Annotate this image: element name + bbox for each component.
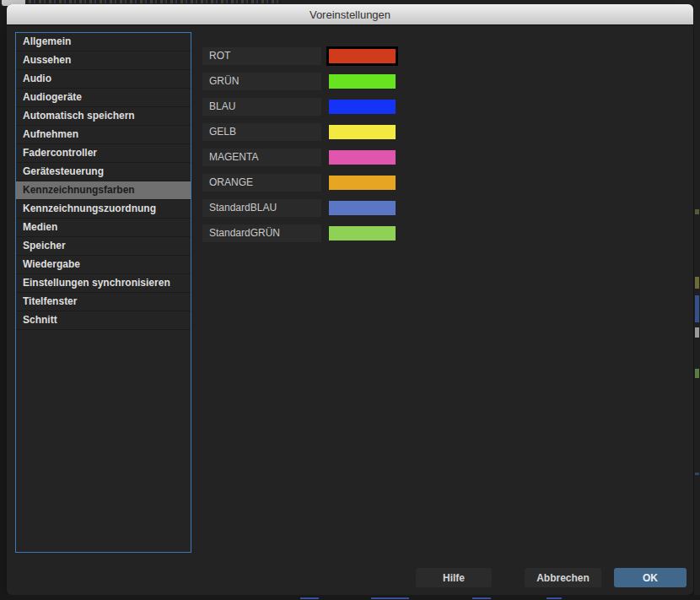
color-name-field[interactable]: ROT bbox=[202, 47, 321, 65]
background-clipped-text bbox=[29, 0, 282, 3]
label-color-row: BLAU bbox=[202, 94, 396, 119]
background-pixel-segment bbox=[547, 597, 562, 599]
sidebar-item-geraetesteuerung[interactable]: Gerätesteuerung bbox=[16, 163, 191, 181]
label-color-row: ROT bbox=[202, 43, 396, 68]
sidebar-item-medien[interactable]: Medien bbox=[16, 219, 191, 237]
color-name-field[interactable]: StandardBLAU bbox=[202, 199, 321, 217]
label-color-row: MAGENTA bbox=[202, 144, 396, 170]
background-app-sliver-right bbox=[694, 0, 700, 600]
background-pixel-segment bbox=[695, 277, 699, 289]
preferences-dialog: Voreinstellungen AllgemeinAussehenAudioA… bbox=[7, 4, 693, 595]
color-name-field[interactable]: GRÜN bbox=[202, 73, 321, 90]
screen: Voreinstellungen AllgemeinAussehenAudioA… bbox=[0, 0, 700, 600]
color-swatch-standardblau[interactable] bbox=[329, 201, 396, 215]
sidebar-item-titelfenster[interactable]: Titelfenster bbox=[16, 293, 191, 311]
sidebar-item-kennzeichnungszuordnung[interactable]: Kennzeichnungszuordnung bbox=[16, 200, 191, 219]
label-color-row: StandardBLAU bbox=[202, 195, 396, 220]
ok-button[interactable]: OK bbox=[614, 568, 687, 587]
color-name-field[interactable]: ORANGE bbox=[202, 174, 321, 192]
background-pixel-segment bbox=[695, 209, 699, 214]
color-swatch-gruen[interactable] bbox=[329, 74, 396, 89]
background-pixel-segment bbox=[472, 597, 491, 599]
color-swatch-magenta[interactable] bbox=[329, 150, 396, 165]
color-swatch-blau[interactable] bbox=[329, 100, 396, 114]
sidebar-item-aussehen[interactable]: Aussehen bbox=[16, 51, 191, 70]
label-color-row: GRÜN bbox=[202, 68, 396, 94]
sidebar-item-einstellungen-synchronisieren[interactable]: Einstellungen synchronisieren bbox=[16, 274, 191, 293]
label-color-row: StandardGRÜN bbox=[202, 220, 396, 246]
preferences-category-list: AllgemeinAussehenAudioAudiogeräteAutomat… bbox=[15, 32, 191, 553]
dialog-title: Voreinstellungen bbox=[310, 8, 390, 21]
color-swatch-orange[interactable] bbox=[329, 176, 396, 190]
dialog-titlebar[interactable]: Voreinstellungen bbox=[7, 4, 693, 25]
background-pixel-segment bbox=[695, 327, 699, 338]
background-app-sliver-bottom bbox=[0, 595, 700, 600]
sidebar-item-fadercontroller[interactable]: Fadercontroller bbox=[16, 144, 191, 163]
sidebar-item-wiedergabe[interactable]: Wiedergabe bbox=[16, 256, 191, 274]
color-swatch-standardgruen[interactable] bbox=[329, 226, 396, 241]
sidebar-item-aufnehmen[interactable]: Aufnehmen bbox=[16, 126, 191, 144]
sidebar-item-allgemein[interactable]: Allgemein bbox=[16, 33, 191, 51]
color-name-field[interactable]: BLAU bbox=[202, 98, 321, 116]
color-name-field[interactable]: GELB bbox=[202, 123, 321, 141]
sidebar-item-audio[interactable]: Audio bbox=[16, 70, 191, 89]
color-name-field[interactable]: StandardGRÜN bbox=[202, 224, 321, 242]
color-name-field[interactable]: MAGENTA bbox=[202, 149, 321, 166]
sidebar-item-speicher[interactable]: Speicher bbox=[16, 237, 191, 256]
sidebar-item-schnitt[interactable]: Schnitt bbox=[16, 311, 191, 330]
sidebar-item-audiogeraete[interactable]: Audiogeräte bbox=[16, 89, 191, 107]
background-pixel-segment bbox=[695, 473, 699, 475]
label-color-row: GELB bbox=[202, 119, 396, 144]
color-swatch-gelb[interactable] bbox=[329, 125, 396, 139]
label-color-row: ORANGE bbox=[202, 170, 396, 195]
background-pixel-segment bbox=[695, 295, 699, 322]
background-pixel-segment bbox=[300, 597, 319, 599]
help-button[interactable]: Hilfe bbox=[416, 568, 492, 587]
cancel-button[interactable]: Abbrechen bbox=[525, 568, 601, 587]
background-pixel-segment bbox=[371, 597, 409, 599]
sidebar-item-kennzeichnungsfarben[interactable]: Kennzeichnungsfarben bbox=[16, 181, 191, 200]
color-swatch-rot[interactable] bbox=[329, 49, 396, 63]
background-pixel-segment bbox=[695, 369, 699, 378]
sidebar-item-automatisch-speichern[interactable]: Automatisch speichern bbox=[16, 107, 191, 126]
label-color-rows: ROTGRÜNBLAUGELBMAGENTAORANGEStandardBLAU… bbox=[202, 43, 396, 246]
